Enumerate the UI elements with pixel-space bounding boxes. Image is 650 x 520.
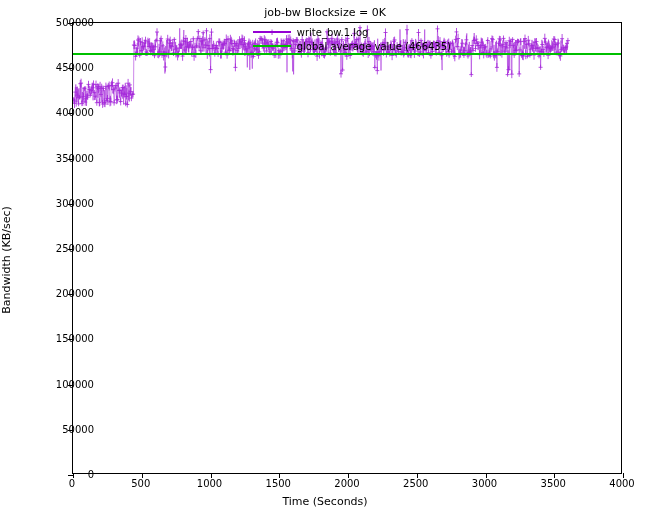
bandwidth-chart: job-bw Blocksize = 0K Bandwidth (KB/sec)… — [0, 0, 650, 520]
plot-area: + write_bw.1.log global average value (4… — [72, 22, 622, 474]
legend-label-series1: write_bw.1.log — [297, 27, 369, 38]
legend-swatch-series1: + — [253, 27, 291, 37]
legend-row-series1: + write_bw.1.log — [253, 25, 451, 39]
y-tick-label: 250000 — [56, 243, 94, 254]
y-tick-label: 400000 — [56, 107, 94, 118]
x-tick-label: 3500 — [541, 478, 566, 489]
legend-row-average: global average value (466435) — [253, 39, 451, 53]
legend-label-average: global average value (466435) — [297, 41, 451, 52]
x-tick-label: 2500 — [403, 478, 428, 489]
legend-swatch-average — [253, 41, 291, 51]
y-tick-label: 150000 — [56, 333, 94, 344]
y-tick-label: 50000 — [62, 423, 94, 434]
x-tick-label: 500 — [131, 478, 150, 489]
y-tick-label: 450000 — [56, 62, 94, 73]
x-tick-label: 1000 — [197, 478, 222, 489]
x-tick-label: 0 — [69, 478, 75, 489]
y-tick-label: 100000 — [56, 378, 94, 389]
x-tick-label: 2000 — [334, 478, 359, 489]
x-axis-title: Time (Seconds) — [0, 495, 650, 508]
y-tick-label: 0 — [88, 469, 94, 480]
y-tick-label: 350000 — [56, 152, 94, 163]
x-tick-label: 1500 — [266, 478, 291, 489]
x-tick-label: 3000 — [472, 478, 497, 489]
global-average-line — [73, 53, 621, 55]
chart-title: job-bw Blocksize = 0K — [0, 6, 650, 19]
y-tick-label: 500000 — [56, 17, 94, 28]
y-tick-label: 200000 — [56, 288, 94, 299]
series-line-write-bw — [73, 23, 621, 473]
y-axis-title: Bandwidth (KB/sec) — [0, 206, 13, 314]
legend: + write_bw.1.log global average value (4… — [253, 25, 451, 53]
x-tick-label: 4000 — [609, 478, 634, 489]
y-tick-label: 300000 — [56, 197, 94, 208]
